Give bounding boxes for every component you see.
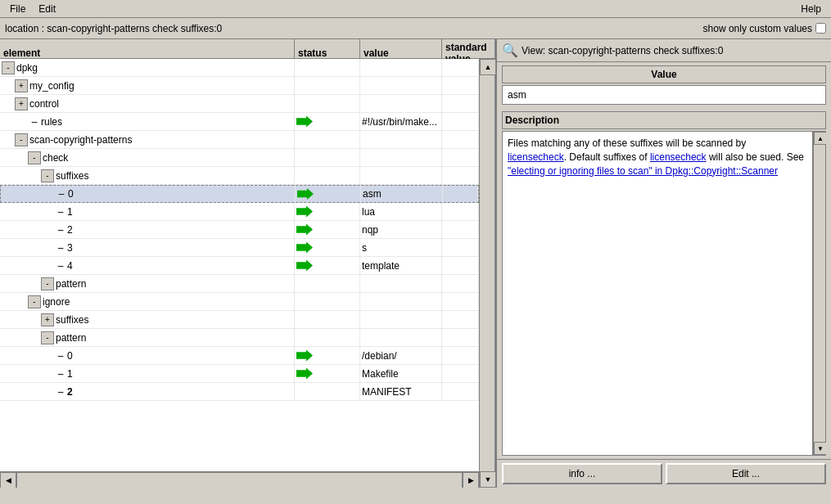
- tree-row[interactable]: +my_config: [0, 77, 479, 95]
- tree-status-cell: [295, 113, 360, 130]
- expand-icon[interactable]: -: [41, 169, 54, 182]
- info-button[interactable]: info ...: [502, 463, 662, 484]
- expand-icon[interactable]: -: [41, 277, 54, 290]
- help-menu[interactable]: Help: [794, 2, 828, 16]
- tree-row[interactable]: –0/debian/: [0, 347, 479, 365]
- file-menu[interactable]: File: [3, 2, 32, 16]
- tree-standard-value-cell: [442, 113, 479, 130]
- value-section: Value asm: [502, 65, 826, 105]
- expand-icon[interactable]: +: [15, 97, 28, 110]
- status-arrow-icon: [296, 242, 313, 254]
- tree-value-cell: Makefile: [360, 365, 442, 382]
- right-header-text: View: scan-copyright-patterns check suff…: [522, 45, 723, 56]
- tree-label: 2: [67, 224, 73, 236]
- expand-icon[interactable]: +: [15, 79, 28, 92]
- tree-label: 1: [67, 368, 73, 380]
- tree-element-cell: –2: [0, 221, 295, 238]
- tree-row[interactable]: -pattern: [0, 275, 479, 293]
- tree-standard-value-cell: [442, 329, 479, 346]
- scroll-track[interactable]: [16, 472, 463, 488]
- tree-label: my_config: [29, 80, 75, 92]
- tree-value-cell: MANIFEST: [360, 383, 442, 400]
- leaf-dash: –: [54, 386, 67, 398]
- tree-standard-value-cell: [442, 167, 479, 184]
- tree-label: pattern: [56, 278, 86, 290]
- tree-row[interactable]: –2nqp: [0, 221, 479, 239]
- tree-element-cell: -suffixes: [0, 167, 295, 184]
- expand-icon[interactable]: -: [28, 151, 41, 164]
- tree-status-cell: [295, 293, 360, 310]
- licensecheck-link1[interactable]: licensecheck: [508, 151, 564, 163]
- description-box: Files matching any of these suffixes wil…: [502, 131, 813, 456]
- tree-standard-value-cell: [442, 311, 479, 328]
- magnify-icon: 🔍: [502, 43, 518, 58]
- tree-row[interactable]: –4template: [0, 257, 479, 275]
- tree-label: rules: [41, 116, 62, 128]
- vscroll-down-btn[interactable]: ▼: [480, 471, 495, 488]
- left-panel: element status value standard value -dpk…: [0, 39, 497, 488]
- tree-row[interactable]: -dpkg: [0, 59, 479, 77]
- tree-row[interactable]: –3s: [0, 239, 479, 257]
- tree-standard-value-cell: [442, 347, 479, 364]
- tree-status-cell: [295, 311, 360, 328]
- table-header: element status value standard value: [0, 39, 495, 59]
- scroll-left-btn[interactable]: ◀: [0, 472, 16, 488]
- tree-standard-value-cell: [442, 257, 479, 274]
- tree-row[interactable]: -suffixes: [0, 167, 479, 185]
- desc-scroll-up[interactable]: ▲: [814, 132, 826, 145]
- tree-row[interactable]: –1lua: [0, 203, 479, 221]
- expand-icon[interactable]: -: [15, 133, 28, 146]
- edit-menu[interactable]: Edit: [32, 2, 62, 16]
- tree-label: scan-copyright-patterns: [29, 134, 132, 146]
- tree-standard-value-cell: [442, 293, 479, 310]
- tree-row[interactable]: +suffixes: [0, 311, 479, 329]
- expand-icon[interactable]: -: [2, 61, 15, 74]
- expand-icon[interactable]: -: [28, 295, 41, 308]
- tree-value-cell: [360, 131, 442, 148]
- leaf-dash: –: [54, 350, 67, 362]
- tree-element-cell: –4: [0, 257, 295, 274]
- tree-value-cell: [360, 59, 442, 76]
- expand-icon[interactable]: +: [41, 313, 54, 326]
- tree-row[interactable]: -pattern: [0, 329, 479, 347]
- tree-label: control: [29, 98, 59, 110]
- desc-scroll-track[interactable]: [814, 145, 825, 442]
- tree-element-cell: –1: [0, 365, 295, 382]
- leaf-dash: –: [54, 206, 67, 218]
- value-label: Value: [502, 65, 826, 83]
- tree-status-cell: [295, 365, 360, 382]
- tree-value-cell: [360, 167, 442, 184]
- tree-area[interactable]: -dpkg+my_config+control–rules#!/usr/bin/…: [0, 59, 479, 471]
- tree-standard-value-cell: [442, 365, 479, 382]
- tree-element-cell: -check: [0, 149, 295, 166]
- tree-row[interactable]: -check: [0, 149, 479, 167]
- tree-element-cell: –3: [0, 239, 295, 256]
- tree-row[interactable]: –0asm: [0, 185, 479, 203]
- show-custom-label: show only custom values: [703, 23, 812, 34]
- scroll-right-btn[interactable]: ▶: [463, 472, 479, 488]
- tree-row[interactable]: –2MANIFEST: [0, 383, 479, 401]
- show-custom-checkbox[interactable]: [815, 23, 826, 34]
- location-text: location : scan-copyright-patterns check…: [5, 23, 222, 34]
- tree-row[interactable]: -scan-copyright-patterns: [0, 131, 479, 149]
- tree-row[interactable]: -ignore: [0, 293, 479, 311]
- vscroll-track[interactable]: [480, 75, 495, 471]
- vscroll-up-btn[interactable]: ▲: [480, 59, 495, 75]
- tree-label: pattern: [56, 332, 86, 344]
- desc-vscroll: ▲ ▼: [813, 131, 826, 456]
- left-content: -dpkg+my_config+control–rules#!/usr/bin/…: [0, 59, 495, 488]
- tree-status-cell: [295, 203, 360, 220]
- desc-scroll-down[interactable]: ▼: [814, 442, 826, 455]
- edit-button[interactable]: Edit ...: [666, 463, 826, 484]
- electing-link[interactable]: "electing or ignoring files to scan" in …: [508, 165, 778, 177]
- description-label: Description: [502, 111, 826, 129]
- tree-standard-value-cell: [442, 131, 479, 148]
- tree-row[interactable]: +control: [0, 95, 479, 113]
- tree-row[interactable]: –1Makefile: [0, 365, 479, 383]
- licensecheck-link2[interactable]: licensecheck: [650, 151, 707, 163]
- tree-row[interactable]: –rules#!/usr/bin/make...: [0, 113, 479, 131]
- expand-icon[interactable]: -: [41, 331, 54, 344]
- tree-label: 3: [67, 242, 73, 254]
- tree-status-cell: [295, 77, 360, 94]
- tree-value-cell: [360, 329, 442, 346]
